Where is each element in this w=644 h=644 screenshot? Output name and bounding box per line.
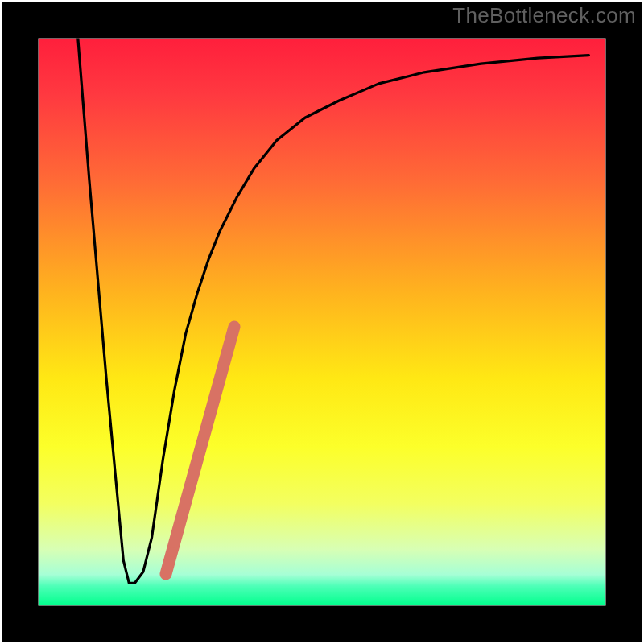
- highlight-dot: [194, 448, 204, 458]
- highlight-dot: [185, 482, 195, 492]
- watermark-label: TheBottleneck.com: [452, 3, 636, 28]
- highlight-dot: [167, 547, 177, 557]
- chart-canvas: TheBottleneck.com: [0, 0, 644, 644]
- chart-svg: [0, 0, 644, 644]
- plot-background: [39, 39, 606, 606]
